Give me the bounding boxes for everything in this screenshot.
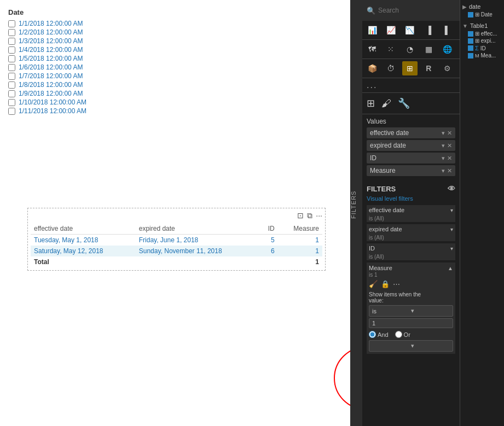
filters-strip-label: FILTERS — [350, 191, 357, 219]
field-effective[interactable]: ⊞ effec... — [462, 30, 502, 37]
icon-treemap[interactable]: ▦ — [421, 42, 436, 56]
icon-bar3[interactable]: ▌ — [440, 23, 455, 37]
filter-second-dropdown-arrow[interactable]: ▾ — [411, 342, 450, 349]
value-measure-close[interactable]: ✕ — [447, 167, 452, 174]
date-table-label: ⊞ Date — [475, 11, 493, 17]
date-checkbox[interactable] — [8, 99, 15, 106]
filter-measure-collapse-arrow[interactable]: ▲ — [448, 265, 453, 271]
filter-expired-date[interactable]: expired date ▾ is (All) — [367, 224, 455, 241]
filters-panel-title: FILTERS — [367, 185, 396, 193]
date-checkbox[interactable] — [8, 64, 15, 71]
value-expired-date[interactable]: expired date ▾ ✕ — [367, 140, 455, 151]
filter-expired-date-header[interactable]: expired date ▾ — [367, 224, 455, 234]
icon-gauge[interactable]: ⏱ — [383, 61, 398, 75]
date-checkbox[interactable] — [8, 73, 15, 80]
date-checkbox[interactable] — [8, 81, 15, 89]
filter-dropdown-arrow[interactable]: ▾ — [411, 307, 450, 314]
id-checkbox[interactable] — [468, 45, 473, 51]
field-group-table1-header[interactable]: ▼ Table1 — [462, 21, 502, 30]
value-measure[interactable]: Measure ▾ ✕ — [367, 165, 455, 176]
date-table-checkbox[interactable] — [468, 12, 473, 17]
filter-icon[interactable]: ⊡ — [297, 211, 304, 220]
radio-or[interactable]: Or — [395, 331, 410, 338]
filter-id-header[interactable]: ID ▾ — [367, 243, 455, 253]
value-expired-date-dropdown[interactable]: ▾ — [442, 142, 445, 149]
icon-table-active[interactable]: ⊞ — [402, 61, 418, 75]
expand-icon[interactable]: ⧉ — [307, 211, 312, 220]
date-list-item[interactable]: 1/2/2018 12:00:00 AM — [8, 28, 342, 37]
date-list-item[interactable]: 1/10/2018 12:00:00 AM — [8, 98, 342, 107]
value-measure-dropdown[interactable]: ▾ — [442, 167, 445, 174]
radio-and[interactable]: And — [369, 331, 389, 338]
value-expired-date-label: expired date — [370, 142, 442, 149]
date-list-item[interactable]: 1/1/2018 12:00:00 AM — [8, 19, 342, 28]
date-list-item[interactable]: 1/5/2018 12:00:00 AM — [8, 54, 342, 63]
radio-or-input[interactable] — [395, 331, 402, 338]
filter-effective-date-header[interactable]: effective date ▾ — [367, 205, 455, 215]
field-measure[interactable]: M Mea... — [462, 52, 502, 59]
date-checkbox[interactable] — [8, 90, 15, 97]
filter-second-dropdown[interactable]: ▾ — [369, 340, 453, 352]
field-id[interactable]: Σ ID — [462, 44, 502, 52]
format-icon[interactable]: 🖌 — [381, 98, 391, 109]
icon-pie[interactable]: ◔ — [402, 42, 418, 56]
value-id-dropdown[interactable]: ▾ — [442, 155, 445, 162]
icon-box[interactable]: 📦 — [364, 61, 380, 75]
value-effective-date-label: effective date — [370, 129, 442, 137]
icon-py[interactable]: ⚙ — [440, 61, 455, 75]
value-id[interactable]: ID ▾ ✕ — [367, 153, 455, 164]
filter-measure-header[interactable]: Measure ▲ — [369, 265, 453, 271]
effective-checkbox[interactable] — [468, 31, 473, 37]
expired-checkbox[interactable] — [468, 38, 473, 44]
eye-icon[interactable]: 👁 — [448, 184, 455, 193]
col-effective-date: effective date — [31, 223, 136, 235]
icon-map[interactable]: 🗺 — [364, 42, 380, 56]
left-panel: Date 1/1/2018 12:00:00 AM 1/2/2018 12:00… — [0, 0, 350, 426]
analytics-icon[interactable]: 🔧 — [398, 97, 410, 109]
filter-more-icon[interactable]: ⋯ — [393, 280, 400, 288]
filter-lock-icon[interactable]: 🔒 — [381, 280, 390, 288]
date-list-item[interactable]: 1/11/2018 12:00:00 AM — [8, 107, 342, 115]
field-date-table[interactable]: ⊞ Date — [462, 11, 502, 18]
date-checkbox[interactable] — [8, 46, 15, 54]
filter-id[interactable]: ID ▾ is (All) — [367, 243, 455, 260]
icon-bar-chart[interactable]: 📊 — [364, 23, 380, 37]
value-expired-date-close[interactable]: ✕ — [447, 142, 452, 149]
radio-and-input[interactable] — [369, 331, 376, 338]
value-id-close[interactable]: ✕ — [447, 155, 452, 162]
measure-checkbox[interactable] — [468, 53, 473, 59]
value-effective-date[interactable]: effective date ▾ ✕ — [367, 127, 455, 138]
date-checkbox[interactable] — [8, 20, 15, 27]
value-effective-date-close[interactable]: ✕ — [447, 130, 452, 137]
date-checkbox[interactable] — [8, 38, 15, 45]
filter-eraser-icon[interactable]: 🧹 — [369, 280, 378, 288]
icon-scatter[interactable]: ⁙ — [383, 42, 398, 56]
date-list-item[interactable]: 1/7/2018 12:00:00 AM — [8, 72, 342, 80]
search-input[interactable] — [378, 7, 411, 14]
filter-effective-date[interactable]: effective date ▾ is (All) — [367, 205, 455, 222]
date-checkbox[interactable] — [8, 29, 15, 36]
three-dots-row[interactable]: ... — [362, 78, 460, 93]
col-id: ID — [260, 223, 278, 235]
date-checkbox[interactable] — [8, 55, 15, 62]
date-list-item[interactable]: 1/3/2018 12:00:00 AM — [8, 37, 342, 45]
date-list-item[interactable]: 1/8/2018 12:00:00 AM — [8, 80, 342, 89]
icon-area-chart[interactable]: 📉 — [402, 23, 418, 37]
date-checkbox[interactable] — [8, 108, 15, 115]
search-bar[interactable]: 🔍 — [362, 0, 460, 21]
fields-icon[interactable]: ⊞ — [367, 97, 375, 109]
icon-line-chart[interactable]: 📈 — [383, 23, 398, 37]
filter-value-input[interactable] — [369, 318, 453, 328]
field-expired[interactable]: ⊞ expi... — [462, 37, 502, 44]
icon-globe[interactable]: 🌐 — [440, 42, 455, 56]
value-effective-date-dropdown[interactable]: ▾ — [442, 130, 445, 137]
icon-bar2[interactable]: ▐ — [421, 23, 436, 37]
date-list-item[interactable]: 1/9/2018 12:00:00 AM — [8, 89, 342, 98]
date-list-item[interactable]: 1/6/2018 12:00:00 AM — [8, 63, 342, 72]
more-icon[interactable]: ··· — [316, 211, 322, 220]
icon-r[interactable]: R — [421, 61, 436, 75]
field-group-date-header[interactable]: ▶ date — [462, 2, 502, 11]
date-list-item[interactable]: 1/4/2018 12:00:00 AM — [8, 45, 342, 54]
filter-dropdown[interactable]: is ▾ — [369, 305, 453, 317]
date-value: 1/7/2018 12:00:00 AM — [19, 72, 83, 80]
